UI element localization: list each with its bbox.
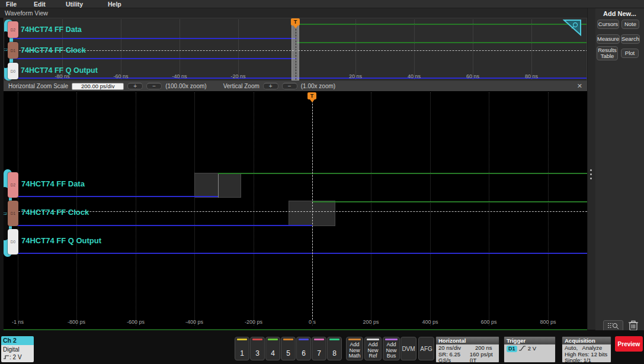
- drag-handle-icon[interactable]: [590, 169, 592, 179]
- axis-tick-label: -20 ns: [230, 73, 245, 79]
- axis-tick-label: -40 ns: [172, 73, 187, 79]
- add-new-bus-button[interactable]: Add New Bus: [383, 337, 400, 360]
- axis-tick-label: -1 ns: [12, 319, 24, 325]
- v-zoom-plus-button[interactable]: +: [263, 83, 278, 89]
- digital-bit-button-6[interactable]: 6: [296, 337, 311, 360]
- channel-label-data[interactable]: 74HCT74 FF Data: [21, 179, 85, 188]
- v-zoom-readout: (1.00x zoom): [301, 83, 335, 89]
- h-zoom-plus-button[interactable]: +: [127, 83, 143, 89]
- bit-tab-d1[interactable]: D1: [8, 201, 18, 226]
- bit-number: 1: [235, 349, 249, 357]
- add-new-title: Add New...: [595, 10, 644, 17]
- add-new-ref-button[interactable]: Add New Ref: [364, 337, 382, 360]
- trigger-marker[interactable]: T: [291, 18, 300, 25]
- measure-button[interactable]: Measure: [597, 34, 620, 44]
- add-new-math-button[interactable]: Add New Math: [346, 337, 363, 360]
- acquisition-settings-panel[interactable]: Acquisition Auto, Analyze High Res: 12 b…: [562, 336, 611, 363]
- digital-bit-button-1[interactable]: 1: [235, 337, 249, 360]
- clock-high-trace: [312, 201, 587, 202]
- note-button[interactable]: Note: [621, 20, 639, 29]
- trigger-source-badge: D1: [507, 346, 517, 352]
- trigger-settings-panel[interactable]: Trigger D1 2 V: [504, 336, 556, 363]
- channel-2-badge[interactable]: Ch 2 Digital : 2 V: [1, 336, 34, 362]
- gridline: [548, 92, 549, 326]
- axis-tick-label: 200 ps: [363, 319, 379, 325]
- digital-bit-button-4[interactable]: 4: [265, 337, 280, 360]
- tekscope-app: File Edit Utility Help Waveform View C2 …: [0, 0, 644, 364]
- menu-item-utility[interactable]: Utility: [66, 1, 83, 8]
- gridline: [355, 20, 356, 79]
- digital-bit-button-5[interactable]: 5: [281, 337, 296, 360]
- axis-tick-label: 0 s: [309, 319, 316, 325]
- close-zoom-icon[interactable]: ✕: [577, 82, 582, 90]
- q-low-trace: [4, 253, 587, 254]
- search-button[interactable]: Search: [621, 34, 640, 44]
- bit-tab-d2[interactable]: D2: [8, 21, 18, 38]
- axis-tick-label: -200 ps: [245, 319, 262, 325]
- digital-bit-button-3[interactable]: 3: [250, 337, 265, 360]
- zoom-corner-button[interactable]: [563, 19, 582, 36]
- axis-tick-label: 800 ps: [540, 319, 556, 325]
- horizontal-zoom-scale-input[interactable]: [72, 83, 124, 90]
- axis-tick-label: 60 ns: [466, 73, 479, 79]
- trigger-panel-title: Trigger: [504, 337, 555, 344]
- zoomed-waveform-view: T C2 D2 D1 D0 74HCT74 FF Data 74HCT74 FF…: [4, 91, 587, 330]
- horizontal-scale: 20 ns/div: [438, 345, 475, 352]
- h-zoom-readout: (100.00x zoom): [165, 83, 206, 89]
- channel-label-clock[interactable]: 74HCT74 FF Clock: [21, 208, 89, 217]
- bit-number: 7: [312, 349, 326, 357]
- axis-tick-label: -60 ns: [113, 73, 128, 79]
- settings-bar: Ch 2 Digital : 2 V 1 3 4 5 6 7 8 Add New…: [0, 330, 644, 364]
- bit-tab-d2[interactable]: D2: [8, 172, 18, 198]
- channel-label-clock[interactable]: 74HCT74 FF Clock: [21, 46, 86, 54]
- ref-color-stripe: [367, 339, 379, 340]
- bit-tab-d1-label: D1: [11, 49, 15, 53]
- bit-number: 6: [297, 349, 310, 357]
- bit-tab-d2-label: D2: [11, 28, 15, 32]
- axis-tick-label: 400 ps: [422, 319, 438, 325]
- axis-tick-label: 80 ns: [525, 73, 538, 79]
- math-color-stripe: [348, 339, 361, 340]
- gridline: [238, 20, 239, 79]
- horizontal-settings-panel[interactable]: Horizontal 20 ns/div 200 ns SR: 6.25 GS/…: [435, 336, 499, 363]
- channel-label-data[interactable]: 74HCT74 FF Data: [21, 25, 82, 34]
- bit-tab-d0[interactable]: D0: [8, 229, 18, 255]
- afg-button[interactable]: AFG: [418, 337, 434, 360]
- results-table-button[interactable]: Results Table: [597, 46, 618, 60]
- bit-tab-d1-label: D1: [11, 211, 15, 215]
- zoom-window-bar[interactable]: [291, 22, 299, 80]
- bit-number: 3: [251, 349, 264, 357]
- gridline: [254, 92, 254, 326]
- cursors-button[interactable]: Cursors: [597, 20, 619, 29]
- sample-rate: SR: 6.25 GS/s: [438, 352, 470, 363]
- digital-bit-button-8[interactable]: 8: [327, 337, 342, 360]
- bit-tab-d1[interactable]: D1: [8, 42, 18, 59]
- waveform-overview: C2 D2 D1 D0 74HCT74 FF Data 74HCT74 FF C…: [4, 18, 587, 81]
- axis-tick-label: -600 ps: [127, 319, 145, 325]
- vertical-zoom-label: Vertical Zoom: [223, 83, 259, 89]
- menu-item-edit[interactable]: Edit: [34, 1, 46, 8]
- plot-button[interactable]: Plot: [621, 49, 639, 58]
- sample-resolution: 160 ps/pt (IT: [470, 352, 496, 363]
- channel-label-q[interactable]: 74HCT74 FF Q Output: [21, 236, 101, 245]
- trigger-marker[interactable]: T: [307, 92, 316, 99]
- menu-item-help[interactable]: Help: [108, 1, 121, 8]
- data-high-trace: [297, 24, 587, 25]
- axis-tick-label: 600 ps: [480, 319, 496, 325]
- menu-item-file[interactable]: File: [6, 1, 17, 8]
- h-zoom-minus-button[interactable]: −: [146, 83, 162, 89]
- acquisition-mode: Auto, Analyze: [565, 345, 608, 352]
- channel-color-stripe: [283, 339, 293, 340]
- horizontal-zoom-scale-label: Horizontal Zoom Scale: [8, 83, 68, 89]
- horizontal-panel-title: Horizontal: [436, 337, 499, 344]
- bit-tab-d0[interactable]: D0: [8, 63, 18, 79]
- panel-divider[interactable]: [587, 8, 595, 330]
- waveform-view-tab[interactable]: Waveform View: [0, 8, 588, 18]
- digital-bit-button-7[interactable]: 7: [312, 337, 326, 360]
- gridline: [489, 92, 489, 326]
- clock-low-trace: [4, 58, 297, 59]
- preview-button[interactable]: Preview: [615, 336, 643, 352]
- dvm-button[interactable]: DVM: [401, 337, 416, 360]
- v-zoom-minus-button[interactable]: −: [282, 83, 297, 89]
- data-high-trace: [218, 173, 587, 174]
